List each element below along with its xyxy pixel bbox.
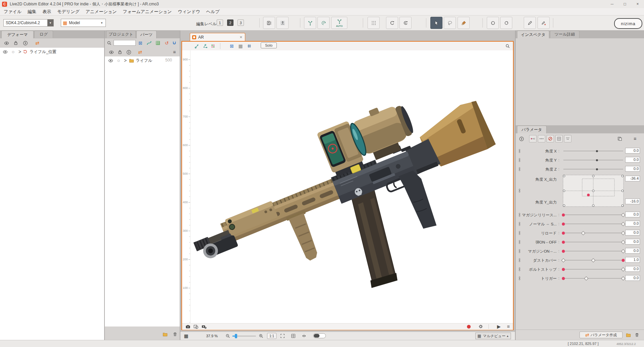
selection-circle-icon[interactable]: ○	[115, 57, 122, 64]
param-slider[interactable]	[563, 237, 624, 247]
grid-toggle-icon[interactable]	[246, 42, 253, 50]
record-icon[interactable]	[465, 323, 472, 330]
flip-view-icon[interactable]	[300, 332, 308, 340]
tab-deformer[interactable]: デフォーマ	[1, 31, 34, 38]
view-mode-icon[interactable]: ▦	[182, 332, 190, 340]
param-knob[interactable]	[562, 241, 565, 244]
lock-toggle-icon[interactable]	[116, 48, 124, 56]
param-value[interactable]: 0.0	[625, 166, 640, 172]
zoom-out-icon[interactable]	[224, 332, 231, 340]
param-value[interactable]: 0.0	[625, 221, 640, 226]
maximize-button[interactable]: □	[618, 0, 631, 8]
expand-all-icon[interactable]	[22, 39, 29, 47]
edit-level-2-button[interactable]: 2	[227, 19, 233, 26]
param-value[interactable]: 0.0	[625, 248, 640, 254]
param-value[interactable]: -36.4	[625, 176, 640, 181]
sync-selection-icon[interactable]: ⇄	[136, 48, 144, 56]
tree-row-rifle[interactable]: ○ > ライフル 500	[105, 56, 180, 64]
parameter-link-icon[interactable]	[517, 188, 522, 193]
param-slider[interactable]	[563, 146, 624, 156]
param-value[interactable]: 0.0	[625, 239, 640, 245]
param-value[interactable]: 0.0	[625, 275, 640, 281]
param-knob[interactable]	[596, 150, 598, 152]
param-slider[interactable]	[563, 219, 624, 228]
param-knob[interactable]	[562, 250, 565, 253]
delete-parameter-button[interactable]	[633, 331, 641, 339]
keyform-disable-icon[interactable]	[547, 135, 554, 142]
param-value[interactable]: 0.0	[625, 157, 640, 163]
menu-item-0[interactable]: ファイル	[1, 8, 25, 15]
zoom-slider[interactable]	[232, 336, 256, 337]
keyform-edit-icon[interactable]	[529, 135, 536, 142]
param-value[interactable]: 0.0	[625, 148, 640, 154]
parameters-menu-icon[interactable]: ≡	[631, 135, 639, 142]
view-toggle-switch[interactable]	[313, 333, 326, 338]
expand-all-icon[interactable]	[125, 48, 132, 56]
close-button[interactable]: ×	[631, 0, 644, 8]
param-slider[interactable]	[563, 256, 624, 265]
canvas-search-icon[interactable]	[504, 42, 511, 50]
lasso-select-tool[interactable]	[444, 17, 456, 29]
pen-erase-tool[interactable]	[538, 17, 550, 29]
bounding-box-toggle-icon[interactable]: ⊠	[228, 42, 235, 50]
menu-item-1[interactable]: 編集	[25, 8, 39, 15]
visibility-toggle-icon[interactable]	[3, 39, 10, 47]
sdk-version-select[interactable]: SDK4.2/Cubism4.2 ▼	[3, 19, 54, 27]
tree-row-rifle-position[interactable]: ○ > ライフル_位置	[0, 48, 104, 56]
menu-item-3[interactable]: モデリング	[54, 8, 83, 15]
playlist-icon[interactable]: ≡	[505, 323, 512, 330]
param-knob[interactable]	[562, 223, 565, 226]
mesh-edit-tool[interactable]	[276, 17, 289, 29]
param-slider[interactable]	[563, 247, 624, 256]
minimize-button[interactable]: ─	[606, 0, 618, 8]
tab-parameters[interactable]: パラメータ	[517, 126, 547, 133]
menu-item-4[interactable]: アニメーション	[83, 8, 120, 15]
tab-project[interactable]: プロジェクト	[106, 31, 136, 38]
parts-search-input[interactable]	[114, 40, 136, 46]
delete-button[interactable]	[171, 331, 179, 338]
sync-selection-icon[interactable]: ⇄	[34, 39, 41, 47]
keyform-grid-icon[interactable]	[555, 135, 563, 142]
keyform-points-icon[interactable]	[538, 135, 545, 142]
refresh-icon[interactable]: ↺	[163, 39, 170, 47]
brush-select-tool[interactable]	[458, 17, 470, 29]
param-value[interactable]: 0.0	[625, 212, 640, 217]
close-tab-icon[interactable]: ×	[240, 35, 242, 40]
new-parameter-folder-button[interactable]	[625, 331, 632, 339]
rotate-tool[interactable]	[386, 17, 398, 29]
tree-item-label[interactable]: ライフル	[136, 58, 152, 63]
canvas-workspace[interactable]: 900800700600500400300200100	[182, 50, 513, 323]
param-slider[interactable]	[563, 156, 624, 165]
clear-filter-icon[interactable]: ⊠	[137, 39, 144, 47]
visibility-toggle-icon[interactable]	[108, 48, 115, 56]
screenshot-icon[interactable]	[184, 323, 191, 330]
param-knob[interactable]	[562, 277, 565, 280]
onion-skin-icon[interactable]	[192, 323, 200, 330]
create-parameter-button[interactable]: ⇄ パラメータ作成	[579, 332, 622, 338]
menu-item-5[interactable]: フォームアニメーション	[120, 8, 175, 15]
animation-curve-icon[interactable]	[145, 39, 153, 47]
pen-tool[interactable]	[524, 17, 536, 29]
menu-item-6[interactable]: ウィンドウ	[175, 8, 203, 15]
lock-toggle-icon[interactable]	[12, 39, 19, 47]
gear-icon[interactable]	[477, 323, 484, 330]
warp-ring-tool[interactable]	[487, 17, 499, 29]
param-knob[interactable]	[562, 232, 565, 235]
expand-parameters-icon[interactable]	[518, 135, 525, 142]
param-slider[interactable]	[563, 274, 624, 283]
tab-parts[interactable]: パーツ	[136, 31, 157, 38]
param-knob[interactable]	[562, 214, 565, 217]
multiview-dropdown[interactable]: ▦ マルチビュー ▲	[475, 333, 511, 339]
actual-size-button[interactable]: 1:1	[267, 333, 276, 339]
canvas-tab-ar[interactable]: AR ×	[190, 33, 245, 41]
param-slider[interactable]	[563, 210, 624, 219]
tree-item-label[interactable]: ライフル_位置	[30, 49, 56, 55]
param-value[interactable]: 0.0	[625, 266, 640, 272]
param-knob[interactable]	[562, 268, 565, 271]
zoom-percentage[interactable]: 37.9 %	[199, 334, 218, 338]
param-value[interactable]: 1.0	[625, 257, 640, 263]
mode-select[interactable]: ▦ Model ▼	[61, 19, 106, 27]
param-knob[interactable]	[622, 259, 625, 262]
new-folder-button[interactable]	[161, 331, 169, 338]
visibility-icon[interactable]	[107, 57, 114, 64]
